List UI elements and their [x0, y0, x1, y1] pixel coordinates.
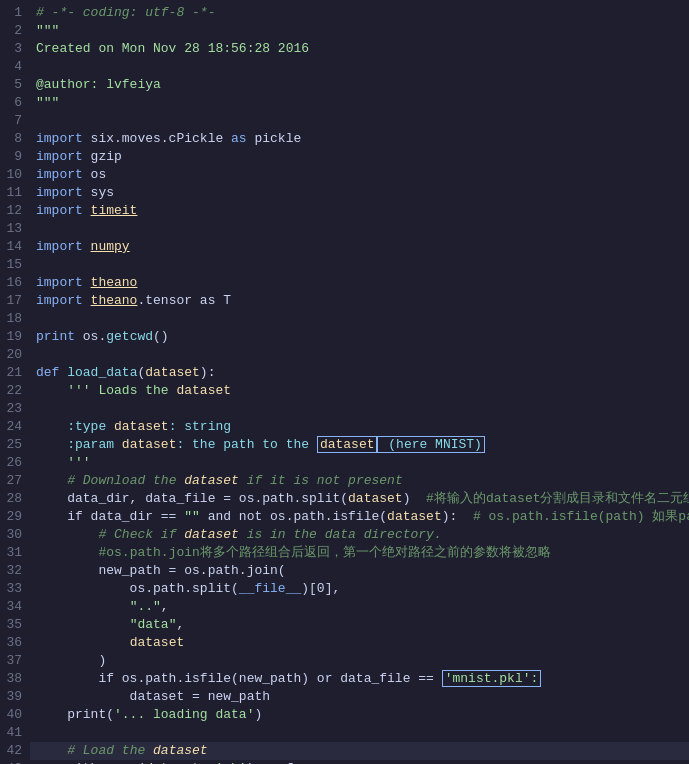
- line-number: 4: [0, 58, 30, 76]
- line-content: print('... loading data'): [30, 706, 689, 724]
- code-line-9: 9import gzip: [0, 148, 689, 166]
- code-line-12: 12import timeit: [0, 202, 689, 220]
- line-number: 1: [0, 4, 30, 22]
- line-number: 24: [0, 418, 30, 436]
- line-number: 13: [0, 220, 30, 238]
- line-number: 22: [0, 382, 30, 400]
- line-number: 34: [0, 598, 30, 616]
- code-line-39: 39 dataset = new_path: [0, 688, 689, 706]
- code-line-4: 4: [0, 58, 689, 76]
- line-content: [30, 310, 689, 328]
- line-content: import os: [30, 166, 689, 184]
- code-line-6: 6""": [0, 94, 689, 112]
- line-number: 17: [0, 292, 30, 310]
- line-number: 16: [0, 274, 30, 292]
- line-content: # -*- coding: utf-8 -*-: [30, 4, 689, 22]
- code-editor: 1# -*- coding: utf-8 -*-2"""3Created on …: [0, 0, 689, 764]
- line-number: 23: [0, 400, 30, 418]
- code-line-23: 23: [0, 400, 689, 418]
- line-content: if data_dir == "" and not os.path.isfile…: [30, 508, 689, 526]
- line-number: 10: [0, 166, 30, 184]
- code-line-38: 38 if os.path.isfile(new_path) or data_f…: [0, 670, 689, 688]
- code-line-13: 13: [0, 220, 689, 238]
- code-line-43: 43 with open(dataset, 'rb') as f:: [0, 760, 689, 764]
- line-content: os.path.split(__file__)[0],: [30, 580, 689, 598]
- line-number: 39: [0, 688, 30, 706]
- code-line-33: 33 os.path.split(__file__)[0],: [0, 580, 689, 598]
- line-number: 33: [0, 580, 30, 598]
- code-line-25: 25 :param dataset: the path to the datas…: [0, 436, 689, 454]
- line-content: ): [30, 652, 689, 670]
- line-number: 5: [0, 76, 30, 94]
- line-content: [30, 400, 689, 418]
- line-content: dataset = new_path: [30, 688, 689, 706]
- code-line-8: 8import six.moves.cPickle as pickle: [0, 130, 689, 148]
- code-line-17: 17import theano.tensor as T: [0, 292, 689, 310]
- line-content: new_path = os.path.join(: [30, 562, 689, 580]
- line-content: :param dataset: the path to the dataset …: [30, 436, 689, 454]
- line-number: 8: [0, 130, 30, 148]
- line-number: 28: [0, 490, 30, 508]
- line-number: 7: [0, 112, 30, 130]
- code-line-31: 31 #os.path.join将多个路径组合后返回，第一个绝对路径之前的参数将…: [0, 544, 689, 562]
- line-content: #os.path.join将多个路径组合后返回，第一个绝对路径之前的参数将被忽略: [30, 544, 689, 562]
- line-number: 35: [0, 616, 30, 634]
- line-content: if os.path.isfile(new_path) or data_file…: [30, 670, 689, 688]
- code-line-3: 3Created on Mon Nov 28 18:56:28 2016: [0, 40, 689, 58]
- line-content: ''' Loads the dataset: [30, 382, 689, 400]
- code-line-41: 41: [0, 724, 689, 742]
- code-line-11: 11import sys: [0, 184, 689, 202]
- line-content: "..",: [30, 598, 689, 616]
- line-content: [30, 58, 689, 76]
- line-content: data_dir, data_file = os.path.split(data…: [30, 490, 689, 508]
- line-number: 15: [0, 256, 30, 274]
- line-content: import numpy: [30, 238, 689, 256]
- code-line-34: 34 "..",: [0, 598, 689, 616]
- line-content: @author: lvfeiya: [30, 76, 689, 94]
- code-line-28: 28 data_dir, data_file = os.path.split(d…: [0, 490, 689, 508]
- code-line-19: 19print os.getcwd(): [0, 328, 689, 346]
- code-line-32: 32 new_path = os.path.join(: [0, 562, 689, 580]
- line-number: 31: [0, 544, 30, 562]
- line-number: 19: [0, 328, 30, 346]
- code-line-1: 1# -*- coding: utf-8 -*-: [0, 4, 689, 22]
- line-content: [30, 256, 689, 274]
- line-content: [30, 346, 689, 364]
- line-number: 6: [0, 94, 30, 112]
- line-number: 41: [0, 724, 30, 742]
- line-content: # Download the dataset if it is not pres…: [30, 472, 689, 490]
- line-content: print os.getcwd(): [30, 328, 689, 346]
- code-line-14: 14import numpy: [0, 238, 689, 256]
- code-line-2: 2""": [0, 22, 689, 40]
- line-number: 26: [0, 454, 30, 472]
- line-content: :type dataset: string: [30, 418, 689, 436]
- line-content: import timeit: [30, 202, 689, 220]
- code-line-42: 42 # Load the dataset: [0, 742, 689, 760]
- line-content: "data",: [30, 616, 689, 634]
- line-content: import sys: [30, 184, 689, 202]
- line-content: [30, 220, 689, 238]
- line-number: 20: [0, 346, 30, 364]
- line-content: Created on Mon Nov 28 18:56:28 2016: [30, 40, 689, 58]
- line-number: 14: [0, 238, 30, 256]
- line-content: [30, 112, 689, 130]
- line-number: 37: [0, 652, 30, 670]
- code-line-20: 20: [0, 346, 689, 364]
- line-number: 2: [0, 22, 30, 40]
- line-number: 11: [0, 184, 30, 202]
- line-content: # Load the dataset: [30, 742, 689, 760]
- code-line-10: 10import os: [0, 166, 689, 184]
- line-number: 25: [0, 436, 30, 454]
- code-line-24: 24 :type dataset: string: [0, 418, 689, 436]
- line-number: 36: [0, 634, 30, 652]
- line-content: import six.moves.cPickle as pickle: [30, 130, 689, 148]
- line-content: """: [30, 94, 689, 112]
- line-number: 38: [0, 670, 30, 688]
- line-number: 42: [0, 742, 30, 760]
- line-number: 9: [0, 148, 30, 166]
- line-number: 27: [0, 472, 30, 490]
- line-content: """: [30, 22, 689, 40]
- line-number: 43: [0, 760, 30, 764]
- line-content: [30, 724, 689, 742]
- code-line-18: 18: [0, 310, 689, 328]
